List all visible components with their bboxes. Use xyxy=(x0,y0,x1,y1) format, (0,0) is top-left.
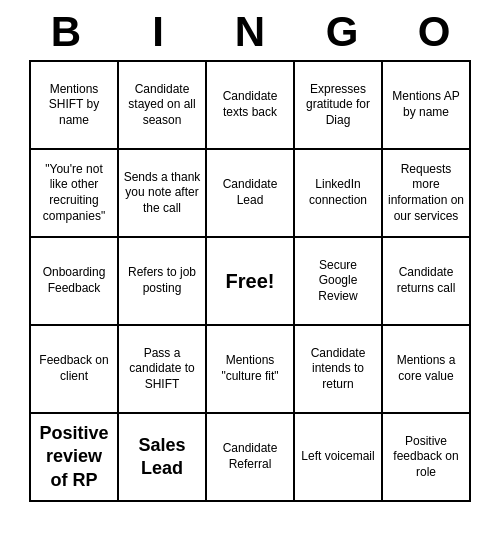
bingo-cell[interactable]: Sends a thank you note after the call xyxy=(119,150,207,238)
bingo-cell[interactable]: Secure Google Review xyxy=(295,238,383,326)
bingo-cell[interactable]: "You're not like other recruiting compan… xyxy=(31,150,119,238)
bingo-letter: O xyxy=(394,8,474,56)
bingo-cell[interactable]: Left voicemail xyxy=(295,414,383,502)
bingo-cell[interactable]: Candidate Lead xyxy=(207,150,295,238)
bingo-letter: B xyxy=(26,8,106,56)
bingo-cell[interactable]: Free! xyxy=(207,238,295,326)
bingo-cell[interactable]: Expresses gratitude for Diag xyxy=(295,62,383,150)
bingo-cell[interactable]: Mentions a core value xyxy=(383,326,471,414)
bingo-cell[interactable]: Candidate stayed on all season xyxy=(119,62,207,150)
bingo-cell[interactable]: Mentions SHIFT by name xyxy=(31,62,119,150)
bingo-cell[interactable]: Feedback on client xyxy=(31,326,119,414)
bingo-cell[interactable]: Positive feedback on role xyxy=(383,414,471,502)
bingo-cell[interactable]: Sales Lead xyxy=(119,414,207,502)
bingo-cell[interactable]: Candidate texts back xyxy=(207,62,295,150)
bingo-grid: Mentions SHIFT by nameCandidate stayed o… xyxy=(29,60,471,502)
bingo-cell[interactable]: Positive review of RP xyxy=(31,414,119,502)
bingo-cell[interactable]: Onboarding Feedback xyxy=(31,238,119,326)
bingo-cell[interactable]: Mentions "culture fit" xyxy=(207,326,295,414)
bingo-cell[interactable]: Requests more information on our service… xyxy=(383,150,471,238)
bingo-cell[interactable]: Mentions AP by name xyxy=(383,62,471,150)
bingo-cell[interactable]: Pass a candidate to SHIFT xyxy=(119,326,207,414)
bingo-cell[interactable]: Candidate returns call xyxy=(383,238,471,326)
bingo-title: BINGO xyxy=(20,8,480,56)
bingo-cell[interactable]: Candidate intends to return xyxy=(295,326,383,414)
bingo-cell[interactable]: Candidate Referral xyxy=(207,414,295,502)
bingo-cell[interactable]: Refers to job posting xyxy=(119,238,207,326)
bingo-letter: G xyxy=(302,8,382,56)
bingo-letter: I xyxy=(118,8,198,56)
bingo-cell[interactable]: LinkedIn connection xyxy=(295,150,383,238)
bingo-letter: N xyxy=(210,8,290,56)
